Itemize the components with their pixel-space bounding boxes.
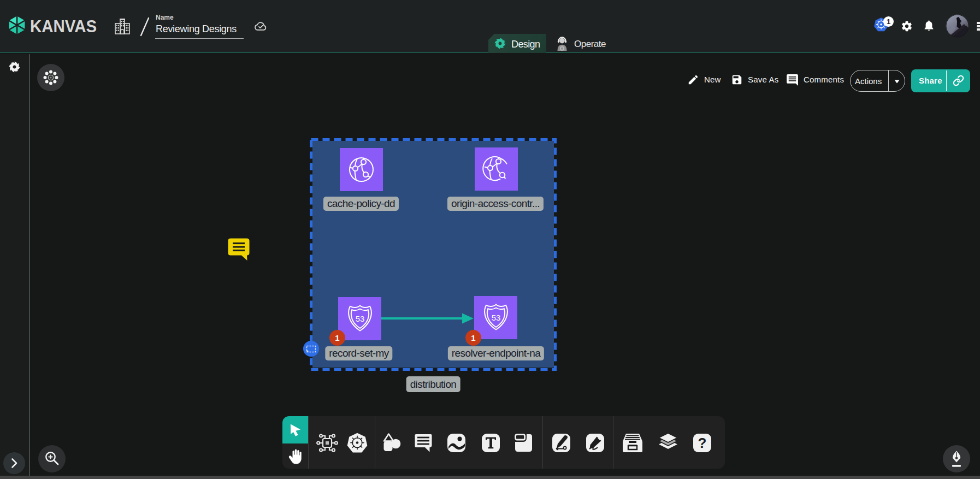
svg-text:?: ? xyxy=(698,435,707,451)
svg-text:53: 53 xyxy=(492,313,501,322)
svg-text:53: 53 xyxy=(356,314,365,323)
